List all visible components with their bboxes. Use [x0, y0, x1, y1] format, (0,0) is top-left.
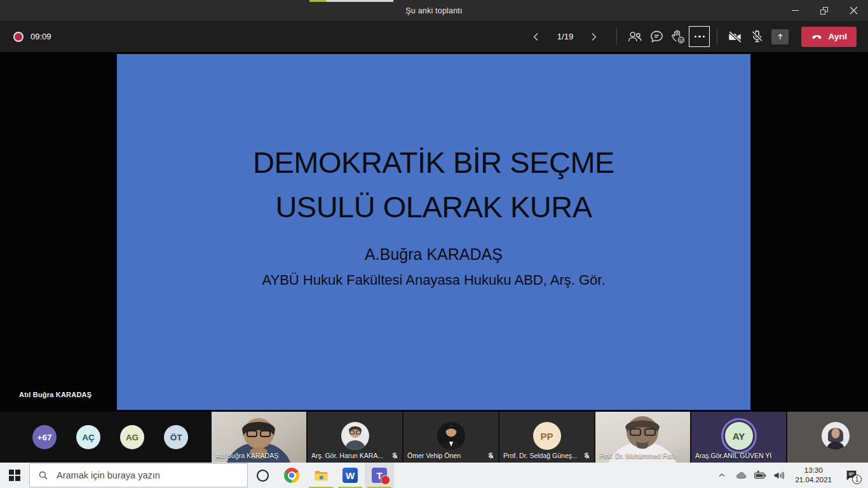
teams-icon: T [372, 468, 387, 483]
camera-off-icon [727, 29, 743, 45]
presentation-stage: DEMOKRATİK BİR SEÇME USULÜ OLARAK KURA A… [0, 52, 868, 412]
avatar-initials-speaking: AY [725, 422, 753, 450]
chrome-icon [284, 468, 299, 483]
recording-time: 09:09 [31, 32, 51, 41]
raise-hand-icon [670, 29, 686, 45]
close-button[interactable] [839, 0, 868, 21]
chat-button[interactable] [646, 26, 667, 48]
slide-title: DEMOKRATİK BİR SEÇME USULÜ OLARAK KURA [117, 140, 750, 229]
toolbar-separator [717, 28, 717, 45]
avatar-photo [341, 422, 369, 450]
chevron-right-icon [587, 30, 600, 43]
video-tile-anil[interactable]: AY Araş.Gör.ANIL GÜVEN YÜK... [691, 412, 786, 463]
video-tile-karadas[interactable]: Atıl Buğra KARADAŞ [212, 412, 306, 463]
leave-meeting-button[interactable]: Ayrıl [801, 27, 857, 47]
windows-logo-icon [9, 470, 20, 481]
search-input[interactable] [55, 470, 247, 481]
toolbar-separator [616, 28, 617, 45]
avatar-initials-text: AY [733, 431, 745, 442]
avatar-initials: PP [533, 422, 561, 450]
participant-bubble-ag[interactable]: AG [120, 425, 144, 449]
speaker-icon [772, 468, 786, 482]
battery-tray-button[interactable] [751, 463, 769, 488]
video-tile-partial[interactable] [787, 412, 868, 463]
window-controls [780, 0, 868, 21]
tile-name: Atıl Buğra KARADAŞ [215, 452, 278, 459]
mic-off-button[interactable] [746, 26, 768, 48]
previous-slide-button[interactable] [526, 26, 547, 48]
chevron-up-icon [717, 470, 727, 480]
taskbar-clock[interactable]: 13:30 21.04.2021 [789, 466, 837, 485]
chrome-taskbar-button[interactable] [277, 463, 306, 488]
next-slide-button[interactable] [583, 26, 604, 48]
file-explorer-button[interactable] [306, 463, 336, 488]
shared-slide[interactable]: DEMOKRATİK BİR SEÇME USULÜ OLARAK KURA A… [117, 54, 750, 410]
mic-off-icon [749, 29, 765, 44]
participant-bubbles: +67 AÇ AG ÖT [32, 425, 188, 449]
avatar-initials-text: PP [540, 431, 553, 442]
recording-indicator: 09:09 [13, 32, 51, 42]
presenter-name-overlay: Atıl Buğra KARADAŞ [19, 391, 92, 398]
restore-button[interactable] [810, 0, 839, 21]
avatar-photo [822, 422, 850, 450]
windows-taskbar: W T [0, 463, 868, 488]
video-tile-harun[interactable]: Arş. Gör. Harun KARA... [308, 412, 402, 463]
tray-expand-button[interactable] [713, 463, 731, 488]
more-dots-icon [695, 36, 697, 38]
muted-mic-icon [487, 452, 495, 460]
leave-button-label: Ayrıl [828, 32, 847, 41]
search-icon [37, 470, 49, 481]
restore-icon [820, 7, 828, 15]
toolbar-controls: 1/19 [526, 26, 857, 48]
cortana-button[interactable] [248, 463, 277, 488]
minimize-button[interactable] [780, 0, 810, 21]
camera-off-button[interactable] [724, 26, 746, 48]
muted-mic-icon [583, 452, 591, 460]
cortana-icon [257, 470, 269, 482]
participant-filmstrip: +67 AÇ AG ÖT Atıl Buğra KARADAŞ [0, 412, 868, 463]
overflow-participants-badge[interactable]: +67 [32, 425, 57, 449]
clock-time: 13:30 [795, 466, 832, 475]
action-center-button[interactable]: 1 [839, 463, 864, 488]
avatar [822, 422, 850, 450]
video-tile-muhammed[interactable]: Prof. Dr. Muhammed Fatih... [595, 412, 690, 463]
onedrive-tray-button[interactable] [732, 463, 750, 488]
teams-notification-dot [381, 475, 390, 485]
chevron-left-icon [530, 30, 543, 43]
window-titlebar: Şu anki toplantı [0, 0, 868, 21]
hangup-icon [811, 30, 823, 43]
tile-name: Prof. Dr. Muhammed Fatih... [599, 452, 675, 459]
minimize-icon [792, 10, 799, 11]
video-tile-omer[interactable]: Ömer Vehip Önen [403, 412, 498, 463]
participant-bubble-ot[interactable]: ÖT [164, 425, 188, 449]
word-taskbar-button[interactable]: W [336, 463, 365, 488]
share-tray-button[interactable] [771, 29, 789, 44]
word-icon: W [342, 468, 358, 483]
start-button[interactable] [0, 463, 29, 488]
system-tray: 13:30 21.04.2021 1 [713, 463, 868, 488]
avatar [341, 422, 369, 450]
tile-name: Ömer Vehip Önen [407, 452, 461, 459]
teams-meeting-window: { "window": { "title": "Şu anki toplantı… [0, 0, 868, 488]
video-tile-seldag[interactable]: PP Prof. Dr. Seldağ Güneş... [499, 412, 594, 463]
taskbar-search[interactable] [29, 463, 248, 487]
reactions-button[interactable] [667, 26, 689, 48]
tile-name: Araş.Gör.ANIL GÜVEN YÜK... [695, 452, 771, 459]
tile-name: Prof. Dr. Seldağ Güneş... [503, 452, 578, 459]
muted-mic-icon [391, 452, 399, 460]
slide-navigation: 1/19 [526, 26, 604, 48]
record-icon [13, 32, 24, 42]
slide-title-line2: USULÜ OLARAK KURA [117, 185, 750, 229]
tile-name: Arş. Gör. Harun KARA... [311, 452, 383, 459]
participant-bubble-ac[interactable]: AÇ [76, 425, 100, 449]
avatar-photo [437, 422, 465, 450]
participants-button[interactable] [624, 26, 646, 48]
share-arrow-icon [775, 32, 785, 42]
clock-date: 21.04.2021 [795, 475, 832, 485]
more-options-button[interactable] [689, 26, 710, 47]
participants-icon [627, 29, 643, 45]
teams-taskbar-button[interactable]: T [365, 463, 394, 488]
folder-icon [313, 468, 329, 484]
volume-tray-button[interactable] [770, 463, 788, 488]
slide-title-line1: DEMOKRATİK BİR SEÇME [117, 140, 750, 185]
